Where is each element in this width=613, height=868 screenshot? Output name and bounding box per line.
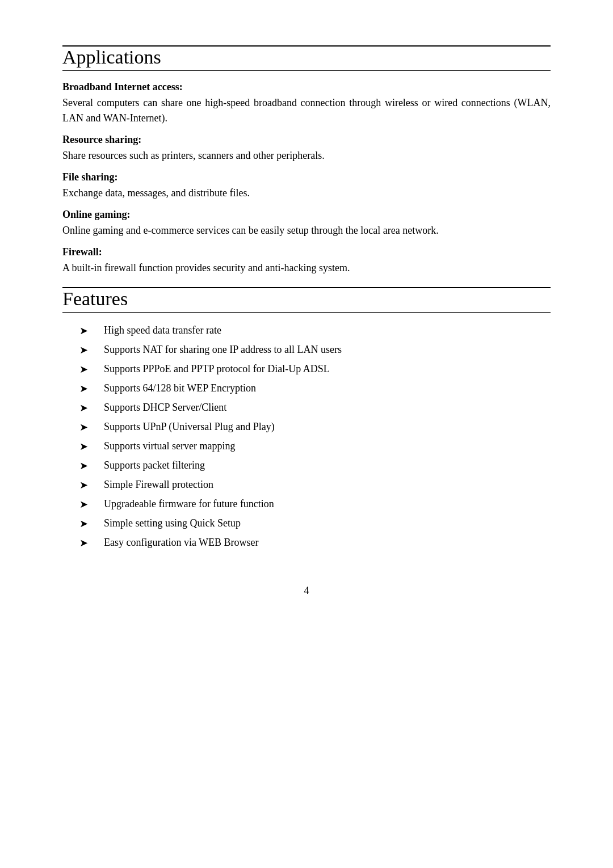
feature-arrow-icon: ➤: [79, 381, 88, 397]
feature-list-item: ➤Simple setting using Quick Setup: [79, 516, 551, 532]
subsection-file-sharing: File sharing: Exchange data, messages, a…: [62, 171, 551, 201]
subsection-heading-resource: Resource sharing:: [62, 134, 551, 146]
feature-arrow-icon: ➤: [79, 343, 88, 358]
applications-title: Applications: [62, 47, 551, 68]
feature-list-item: ➤Supports packet filtering: [79, 458, 551, 474]
feature-list-item: ➤Supports PPPoE and PPTP protocol for Di…: [79, 361, 551, 377]
applications-rule: [62, 70, 551, 71]
feature-arrow-icon: ➤: [79, 420, 88, 435]
applications-section: Applications Broadband Internet access: …: [62, 47, 551, 276]
feature-arrow-icon: ➤: [79, 458, 88, 474]
feature-item-text: Supports DHCP Server/Client: [104, 400, 226, 415]
subsection-text-firewall: A built-in firewall function provides se…: [62, 260, 551, 276]
page: Applications Broadband Internet access: …: [62, 0, 551, 868]
feature-list-item: ➤Supports DHCP Server/Client: [79, 400, 551, 416]
feature-item-text: Supports PPPoE and PPTP protocol for Dia…: [104, 361, 330, 377]
feature-list-item: ➤Supports UPnP (Universal Plug and Play): [79, 419, 551, 435]
subsection-text-resource: Share resources such as printers, scanne…: [62, 148, 551, 163]
features-section: Features ➤High speed data transfer rate➤…: [62, 288, 551, 551]
features-rule: [62, 312, 551, 313]
feature-arrow-icon: ➤: [79, 439, 88, 454]
feature-item-text: Simple setting using Quick Setup: [104, 516, 241, 531]
subsection-heading-broadband: Broadband Internet access:: [62, 81, 551, 93]
feature-arrow-icon: ➤: [79, 516, 88, 532]
feature-arrow-icon: ➤: [79, 362, 88, 377]
subsection-resource-sharing: Resource sharing: Share resources such a…: [62, 134, 551, 163]
subsection-firewall: Firewall: A built-in firewall function p…: [62, 246, 551, 276]
feature-arrow-icon: ➤: [79, 323, 88, 339]
subsection-heading-firewall: Firewall:: [62, 246, 551, 258]
feature-arrow-icon: ➤: [79, 401, 88, 416]
feature-list-item: ➤Supports NAT for sharing one IP address…: [79, 342, 551, 358]
feature-item-text: Simple Firewall protection: [104, 477, 213, 492]
feature-list-item: ➤Supports 64/128 bit WEP Encryption: [79, 381, 551, 397]
feature-item-text: Supports virtual server mapping: [104, 439, 235, 454]
subsection-broadband: Broadband Internet access: Several compu…: [62, 81, 551, 126]
feature-item-text: Supports packet filtering: [104, 458, 205, 473]
feature-list-item: ➤High speed data transfer rate: [79, 323, 551, 339]
features-title: Features: [62, 288, 551, 310]
subsection-text-gaming: Online gaming and e-commerce services ca…: [62, 223, 551, 238]
subsection-online-gaming: Online gaming: Online gaming and e-comme…: [62, 209, 551, 238]
page-number: 4: [62, 585, 551, 597]
feature-list-item: ➤Simple Firewall protection: [79, 477, 551, 493]
feature-item-text: Upgradeable firmware for future function: [104, 496, 274, 512]
feature-item-text: Supports UPnP (Universal Plug and Play): [104, 419, 275, 435]
subsection-heading-gaming: Online gaming:: [62, 209, 551, 221]
feature-item-text: High speed data transfer rate: [104, 323, 221, 338]
feature-arrow-icon: ➤: [79, 478, 88, 493]
feature-arrow-icon: ➤: [79, 536, 88, 551]
subsection-text-broadband: Several computers can share one high-spe…: [62, 95, 551, 126]
feature-item-text: Supports NAT for sharing one IP address …: [104, 342, 342, 357]
feature-list-item: ➤Upgradeable firmware for future functio…: [79, 496, 551, 512]
feature-item-text: Easy configuration via WEB Browser: [104, 535, 259, 550]
feature-arrow-icon: ➤: [79, 497, 88, 512]
feature-list-item: ➤Easy configuration via WEB Browser: [79, 535, 551, 551]
feature-list-item: ➤Supports virtual server mapping: [79, 439, 551, 454]
feature-item-text: Supports 64/128 bit WEP Encryption: [104, 381, 256, 396]
subsection-text-file: Exchange data, messages, and distribute …: [62, 186, 551, 201]
features-list: ➤High speed data transfer rate➤Supports …: [79, 323, 551, 551]
subsection-heading-file: File sharing:: [62, 171, 551, 183]
